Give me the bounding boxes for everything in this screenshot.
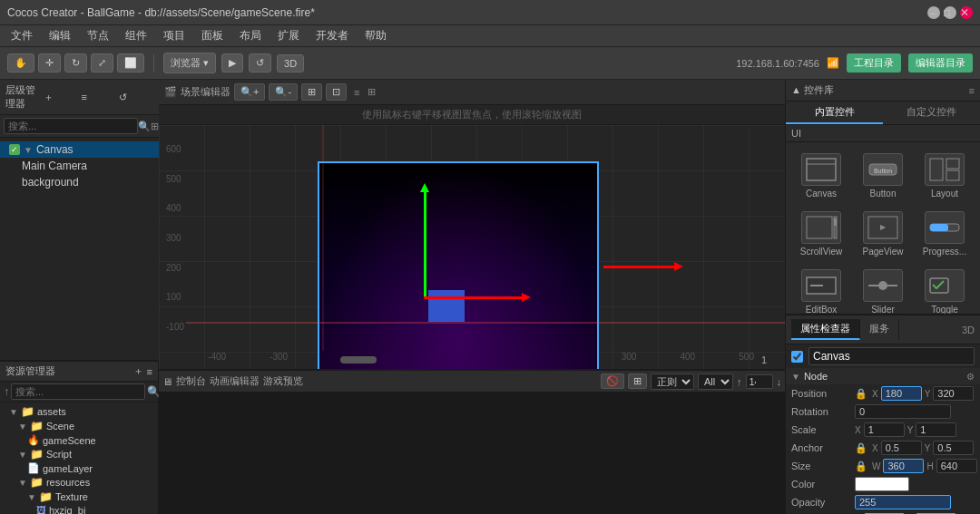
pos-x-label: X [872, 389, 878, 399]
asset-item-gamelayer[interactable]: 📄 gameLayer [2, 461, 156, 475]
node-section-settings[interactable]: ⚙ [966, 372, 975, 382]
minimize-button[interactable]: － [927, 6, 940, 19]
hierarchy-refresh-icon[interactable]: ↺ [119, 92, 153, 103]
hierarchy-options-icon[interactable]: ⊞ [151, 121, 159, 132]
menu-help[interactable]: 帮助 [358, 26, 394, 45]
asset-manager-menu-icon[interactable]: ≡ [147, 366, 152, 377]
play-button[interactable]: ▶ [221, 53, 243, 73]
color-swatch[interactable] [855, 477, 909, 491]
node-section-header[interactable]: ▼ Node ⚙ [786, 368, 980, 384]
canvas-visible-toggle[interactable]: ✓ [9, 144, 20, 155]
close-button[interactable]: ✕ [960, 6, 973, 19]
asset-up-icon[interactable]: ↑ [4, 385, 9, 398]
menu-edit[interactable]: 编辑 [42, 26, 78, 45]
log-mode-select[interactable]: 正则 [651, 373, 694, 390]
scale-tool[interactable]: ⤢ [91, 53, 113, 73]
comp-item-canvas[interactable]: Canvas [791, 148, 851, 204]
position-x-input[interactable] [881, 386, 922, 401]
asset-item-resources[interactable]: ▼ 📁 resources [2, 475, 156, 490]
menu-file[interactable]: 文件 [4, 26, 40, 45]
refresh-button[interactable]: ↺ [249, 53, 271, 73]
browser-button[interactable]: 浏览器 ▾ [163, 53, 216, 73]
asset-item-gamescene[interactable]: 🔥 gameScene [2, 433, 156, 447]
game-preview-tab[interactable]: 游戏预览 [263, 374, 303, 388]
hand-tool[interactable]: ✋ [7, 53, 34, 73]
props-inspector-tab[interactable]: 属性检查器 [791, 319, 860, 340]
font-size-input[interactable] [746, 374, 773, 389]
window-title: Cocos Creator - BallGame - db://assets/S… [7, 6, 927, 19]
size-lock-icon[interactable]: 🔒 [855, 461, 867, 472]
hierarchy-add-icon[interactable]: ＋ [44, 91, 78, 104]
comp-item-editbox[interactable]: EditBox [791, 264, 851, 314]
comp-item-layout[interactable]: Layout [915, 148, 975, 204]
canvas-active-checkbox[interactable] [791, 351, 803, 363]
menu-project[interactable]: 项目 [156, 26, 192, 45]
scene-maximize-icon[interactable]: ⊞ [368, 86, 376, 98]
scene-zoom-out[interactable]: 🔍- [269, 83, 298, 101]
comp-item-slider[interactable]: Slider [853, 264, 913, 314]
menu-panel[interactable]: 面板 [194, 26, 230, 45]
editbox-comp-label: EditBox [806, 305, 837, 314]
hierarchy-search-input[interactable] [4, 118, 138, 134]
scene-center[interactable]: ⊡ [326, 83, 347, 101]
window-controls: － □ ✕ [927, 6, 973, 19]
hierarchy-node-canvas[interactable]: ✓ ▼ Canvas [0, 141, 159, 158]
comp-item-toggle[interactable]: Toggle [915, 264, 975, 314]
scene-scroll-thumb[interactable] [340, 356, 377, 364]
opacity-input[interactable] [855, 495, 951, 509]
canvas-name-input[interactable] [808, 347, 975, 365]
position-y-input[interactable] [933, 386, 974, 401]
comp-item-pageview[interactable]: ▶ PageView [853, 206, 913, 262]
anchor-x-input[interactable] [881, 441, 922, 455]
project-dir-button[interactable]: 工程目录 [847, 53, 901, 73]
scale-x-input[interactable] [864, 422, 905, 437]
3d-button[interactable]: 3D [277, 54, 304, 73]
rotate-tool[interactable]: ↻ [64, 53, 87, 73]
scene-zoom-in[interactable]: 🔍+ [234, 83, 265, 101]
menu-component[interactable]: 组件 [118, 26, 154, 45]
asset-item-script[interactable]: ▼ 📁 Script [2, 447, 156, 461]
position-lock-icon[interactable]: 🔒 [855, 388, 867, 400]
custom-controls-tab[interactable]: 自定义控件 [883, 102, 980, 124]
hierarchy-header: 层级管理器 ＋ ≡ ↺ [0, 80, 159, 115]
filter-button[interactable]: ⊞ [628, 373, 647, 389]
comp-item-button[interactable]: Button Button [853, 148, 913, 204]
asset-item-texture[interactable]: ▼ 📁 Texture [2, 490, 156, 504]
rect-tool[interactable]: ⬜ [117, 53, 144, 73]
move-tool[interactable]: ✛ [38, 53, 61, 73]
asset-manager-add-icon[interactable]: ＋ [133, 364, 143, 378]
editor-dir-button[interactable]: 编辑器目录 [908, 53, 973, 73]
menu-layout[interactable]: 布局 [232, 26, 269, 45]
animation-tab[interactable]: 动画编辑器 [210, 374, 260, 388]
asset-search-input[interactable] [11, 383, 145, 400]
hierarchy-node-main-camera[interactable]: Main Camera [0, 158, 159, 174]
hierarchy-node-background[interactable]: background [0, 174, 159, 190]
hierarchy-menu-icon[interactable]: ≡ [82, 92, 116, 102]
props-service-tab[interactable]: 服务 [860, 319, 899, 340]
anchor-lock-icon[interactable]: 🔒 [855, 442, 867, 454]
scene-canvas[interactable]: 600 500 400 300 200 100 -100 -400 -300 -… [159, 125, 785, 369]
clear-console-button[interactable]: 🚫 [601, 373, 624, 389]
scene-folder-icon: 📁 [30, 420, 44, 432]
menu-developer[interactable]: 开发者 [309, 26, 356, 45]
layout-comp-label: Layout [931, 189, 958, 199]
comp-lib-menu[interactable]: ≡ [969, 85, 975, 96]
comp-item-scrollview[interactable]: ScrollView [791, 206, 851, 262]
scene-options-icon[interactable]: ≡ [354, 87, 359, 98]
anchor-y-input[interactable] [933, 441, 974, 455]
menu-extend[interactable]: 扩展 [270, 26, 307, 45]
size-h-input[interactable] [936, 459, 977, 473]
scale-y-input[interactable] [916, 422, 956, 437]
rotation-input[interactable] [855, 404, 951, 419]
asset-item-assets[interactable]: ▼ 📁 assets [2, 404, 156, 419]
scene-fit[interactable]: ⊞ [301, 83, 322, 101]
menu-node[interactable]: 节点 [80, 26, 116, 45]
builtin-controls-tab[interactable]: 内置控件 [786, 102, 883, 124]
maximize-button[interactable]: □ [944, 6, 956, 19]
comp-item-progress[interactable]: Progress... [915, 206, 975, 262]
asset-item-hxzjq[interactable]: 🖼 hxzjq_bj [2, 504, 156, 514]
size-w-input[interactable] [883, 459, 924, 473]
asset-item-scene[interactable]: ▼ 📁 Scene [2, 419, 156, 433]
log-filter-select[interactable]: All [698, 373, 733, 390]
console-tab[interactable]: 控制台 [176, 374, 206, 388]
